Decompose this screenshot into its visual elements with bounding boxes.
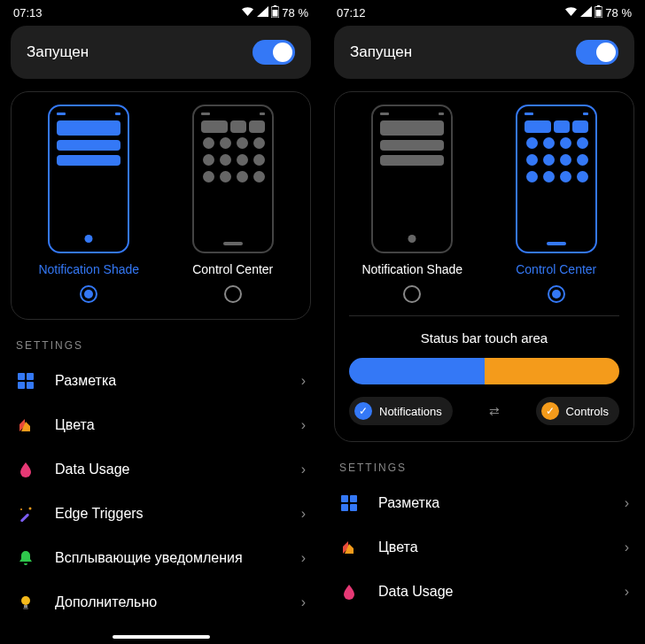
radio-cc[interactable] xyxy=(548,285,565,303)
content: Запущен Notification Shade xyxy=(0,26,322,635)
touch-area-title: Status bar touch area xyxy=(344,330,625,345)
phone-mock-notif xyxy=(371,105,453,253)
screen-right: 07:12 78 % Запущен xyxy=(323,0,645,644)
mode-notification-shade[interactable]: Notification Shade xyxy=(20,105,158,303)
mode-control-center[interactable]: Control Center xyxy=(488,105,626,303)
mode-selector: Notification Shade Control Ce xyxy=(11,91,311,320)
mode-control-center[interactable]: Control Center xyxy=(165,105,302,303)
status-right: 78 % xyxy=(241,5,308,20)
phone-mock-notif xyxy=(48,105,129,253)
mode-label-notif: Notification Shade xyxy=(38,262,139,276)
item-label: Цвета xyxy=(55,417,301,433)
chevron-right-icon: › xyxy=(625,495,629,511)
settings-item-layout[interactable]: Разметка › xyxy=(11,359,311,403)
chevron-right-icon: › xyxy=(625,584,629,600)
radio-cc[interactable] xyxy=(224,285,242,303)
chevron-right-icon: › xyxy=(301,506,306,522)
svg-rect-1 xyxy=(274,5,276,7)
settings-item-layout[interactable]: Разметка › xyxy=(334,481,634,525)
battery-icon xyxy=(594,5,602,20)
status-bar: 07:12 78 % xyxy=(323,0,645,26)
wand-icon xyxy=(16,504,35,524)
battery-percent: 78 % xyxy=(605,6,632,19)
svg-rect-2 xyxy=(273,10,278,17)
wifi-icon xyxy=(564,6,578,19)
svg-rect-10 xyxy=(597,5,600,7)
phone-mock-cc xyxy=(192,105,274,253)
settings-item-edge-triggers[interactable]: Edge Triggers › xyxy=(11,492,311,536)
signal-icon xyxy=(257,6,268,19)
phone-mock-cc xyxy=(516,105,597,253)
running-switch[interactable] xyxy=(576,40,618,65)
svg-rect-8 xyxy=(23,608,28,609)
touch-bar-right[interactable] xyxy=(485,358,620,384)
svg-point-4 xyxy=(29,508,32,510)
chip-notifications[interactable]: ✓ Notifications xyxy=(349,397,453,425)
item-label: Цвета xyxy=(378,539,625,555)
status-bar: 07:13 78 % xyxy=(0,0,322,26)
signal-icon xyxy=(580,6,592,19)
item-label: Всплывающие уведомления xyxy=(55,550,301,566)
item-label: Разметка xyxy=(378,495,625,511)
check-icon: ✓ xyxy=(354,402,372,420)
settings-item-colors[interactable]: Цвета › xyxy=(334,525,634,570)
chevron-right-icon: › xyxy=(301,550,306,566)
chip-label: Controls xyxy=(566,405,609,418)
battery-percent: 78 % xyxy=(282,6,308,19)
svg-rect-7 xyxy=(24,605,27,608)
svg-rect-11 xyxy=(596,10,602,17)
wifi-icon xyxy=(241,6,254,19)
settings-header: SETTINGS xyxy=(339,462,629,474)
radio-notif[interactable] xyxy=(403,285,421,303)
mode-label-cc: Control Center xyxy=(516,262,596,276)
chevron-right-icon: › xyxy=(301,373,306,389)
settings-header: SETTINGS xyxy=(16,339,306,352)
settings-item-additional[interactable]: Дополнительно › xyxy=(11,580,311,625)
mode-label-notif: Notification Shade xyxy=(361,262,462,276)
item-label: Data Usage xyxy=(55,462,301,477)
mode-selector: Notification Shade Control Ce xyxy=(334,91,634,442)
settings-item-data-usage[interactable]: Data Usage › xyxy=(334,570,634,614)
bulb-icon xyxy=(16,593,35,612)
drop-icon xyxy=(16,460,35,479)
divider xyxy=(349,315,619,316)
status-time: 07:12 xyxy=(337,6,366,19)
mode-notification-shade[interactable]: Notification Shade xyxy=(344,105,481,303)
running-card: Запущен xyxy=(334,26,634,79)
drop-icon xyxy=(339,582,359,601)
status-bar-touch-area: Status bar touch area ✓ Notifications ⇄ … xyxy=(344,330,625,425)
touch-chips: ✓ Notifications ⇄ ✓ Controls xyxy=(344,397,625,425)
chevron-right-icon: › xyxy=(625,539,629,555)
settings-item-colors[interactable]: Цвета › xyxy=(11,403,311,447)
status-time: 07:13 xyxy=(13,6,43,19)
mode-label-cc: Control Center xyxy=(192,262,273,276)
bell-icon xyxy=(16,548,35,568)
running-switch[interactable] xyxy=(253,40,295,65)
item-label: Edge Triggers xyxy=(55,506,301,522)
colors-icon xyxy=(16,415,35,435)
swap-icon[interactable]: ⇄ xyxy=(489,404,500,418)
screen-left: 07:13 78 % Запущен xyxy=(0,0,322,644)
battery-icon xyxy=(271,5,279,20)
touch-bar[interactable] xyxy=(349,358,619,384)
running-label: Запущен xyxy=(350,43,412,61)
item-label: Разметка xyxy=(55,373,301,389)
chip-controls[interactable]: ✓ Controls xyxy=(536,397,619,425)
svg-rect-3 xyxy=(20,513,30,522)
nav-pill[interactable] xyxy=(113,635,210,639)
svg-point-5 xyxy=(20,508,22,510)
radio-notif[interactable] xyxy=(80,285,97,303)
svg-point-6 xyxy=(21,596,30,605)
colors-icon xyxy=(339,538,359,557)
settings-item-data-usage[interactable]: Data Usage › xyxy=(11,447,311,492)
status-right: 78 % xyxy=(564,5,632,20)
chevron-right-icon: › xyxy=(301,462,306,477)
running-card: Запущен xyxy=(11,26,311,79)
touch-bar-left[interactable] xyxy=(349,358,485,384)
settings-item-popup-notif[interactable]: Всплывающие уведомления › xyxy=(11,536,311,580)
check-icon: ✓ xyxy=(541,402,559,420)
layout-icon xyxy=(16,371,35,391)
chevron-right-icon: › xyxy=(301,594,306,610)
item-label: Data Usage xyxy=(378,584,625,600)
layout-icon xyxy=(339,493,359,513)
